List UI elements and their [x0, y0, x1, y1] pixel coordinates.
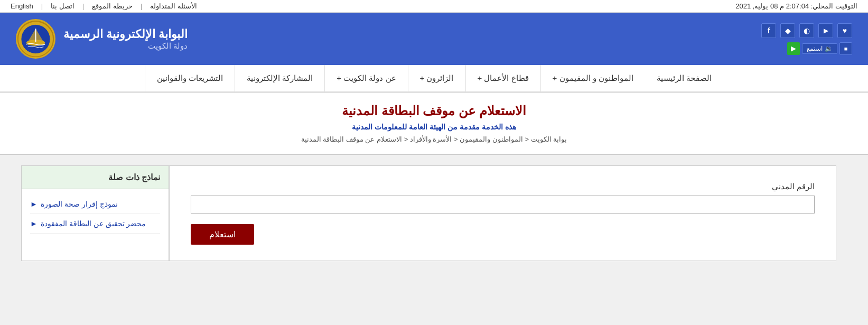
- content-header: الاستعلام عن موقف البطاقة المدنية هذه ال…: [0, 93, 868, 155]
- screen-icon[interactable]: ■: [839, 42, 852, 55]
- bullet-icon: ►: [30, 200, 38, 208]
- header-social-area: ♥ ▶ ◐ ◆ f ■ 🔉 استمع ▶: [761, 23, 852, 55]
- nav-eparticipation[interactable]: المشاركة الإلكترونية: [235, 65, 324, 91]
- youtube-icon[interactable]: ▶: [818, 23, 833, 38]
- related-list: نموذج إقرار صحة الصورة ► محضر تحقيق عن ا…: [22, 189, 169, 239]
- header-logo: البوابة الإلكترونية الرسمية دولة الكويت: [16, 19, 188, 59]
- listen-button[interactable]: 🔉 استمع: [802, 43, 837, 54]
- nav-about[interactable]: عن دولة الكويت +: [324, 65, 407, 91]
- site-subtitle: دولة الكويت: [63, 41, 188, 51]
- bullet-icon: ►: [30, 219, 38, 228]
- related-panel: نماذج ذات صلة نموذج إقرار صحة الصورة ► م…: [21, 165, 169, 261]
- civil-id-input[interactable]: [191, 196, 815, 213]
- timestamp-label: التوقيت المحلي:: [811, 2, 857, 10]
- timestamp-value: 2:07:04 م 08 يوليه, 2021: [735, 2, 809, 10]
- main-nav: الصفحة الرئيسية المواطنون و المقيمون + ق…: [0, 65, 868, 93]
- play-button[interactable]: ▶: [787, 42, 800, 55]
- nav-home[interactable]: الصفحة الرئيسية: [645, 65, 723, 91]
- main-content: الرقم المدني استعلام نماذج ذات صلة نموذج…: [0, 155, 868, 272]
- site-title: البوابة الإلكترونية الرسمية: [63, 27, 188, 41]
- nav-visitors[interactable]: الزائرون +: [408, 65, 465, 91]
- service-info: هذه الخدمة مقدمة من الهيئة العامة للمعلو…: [21, 123, 847, 131]
- civil-id-label: الرقم المدني: [191, 182, 815, 191]
- nav-legislation[interactable]: التشريعات والقوانين: [145, 65, 235, 91]
- nav-citizens[interactable]: المواطنون و المقيمون +: [540, 65, 645, 91]
- breadcrumb: بوابة الكويت < المواطنون والمقيمون < الأ…: [21, 135, 847, 143]
- page-title: الاستعلام عن موقف البطاقة المدنية: [21, 104, 847, 118]
- speaker-icon: 🔉: [825, 45, 833, 52]
- rss-icon[interactable]: ♥: [837, 23, 852, 38]
- top-nav-faq[interactable]: الأسئلة المتداولة: [150, 2, 197, 10]
- related-item-label: نموذج إقرار صحة الصورة: [41, 200, 118, 208]
- top-bar: التوقيت المحلي: 2:07:04 م 08 يوليه, 2021…: [0, 0, 868, 13]
- related-item-lost-card[interactable]: محضر تحقيق عن البطاقة المفقودة ►: [30, 214, 160, 234]
- kuwait-emblem: [16, 19, 55, 59]
- form-panel: الرقم المدني استعلام: [169, 165, 836, 261]
- nav-business[interactable]: قطاع الأعمال +: [465, 65, 540, 91]
- listen-bar: ■ 🔉 استمع ▶: [787, 42, 852, 55]
- top-nav-contact[interactable]: اتصل بنا: [51, 2, 74, 10]
- timestamp-area: التوقيت المحلي: 2:07:04 م 08 يوليه, 2021: [735, 2, 857, 10]
- related-item-label: محضر تحقيق عن البطاقة المفقودة: [41, 219, 146, 228]
- related-item-health-declaration[interactable]: نموذج إقرار صحة الصورة ►: [30, 194, 160, 214]
- logo-text: البوابة الإلكترونية الرسمية دولة الكويت: [63, 27, 188, 51]
- related-header: نماذج ذات صلة: [22, 166, 169, 189]
- submit-button[interactable]: استعلام: [191, 224, 254, 245]
- civil-id-field: الرقم المدني: [191, 182, 815, 213]
- facebook-icon[interactable]: f: [761, 23, 776, 38]
- top-nav-english[interactable]: English: [11, 2, 33, 10]
- top-nav-map[interactable]: خريطة الموقع: [92, 2, 133, 10]
- site-header: ♥ ▶ ◐ ◆ f ■ 🔉 استمع ▶ البوابة الإلكتروني…: [0, 13, 868, 65]
- instagram-icon[interactable]: ◐: [799, 23, 814, 38]
- svg-rect-4: [35, 29, 36, 42]
- twitter-icon[interactable]: ◆: [780, 23, 795, 38]
- social-icons-row: ♥ ▶ ◐ ◆ f: [761, 23, 852, 38]
- listen-label: استمع: [807, 45, 823, 52]
- top-nav-links: الأسئلة المتداولة | خريطة الموقع | اتصل …: [11, 2, 197, 10]
